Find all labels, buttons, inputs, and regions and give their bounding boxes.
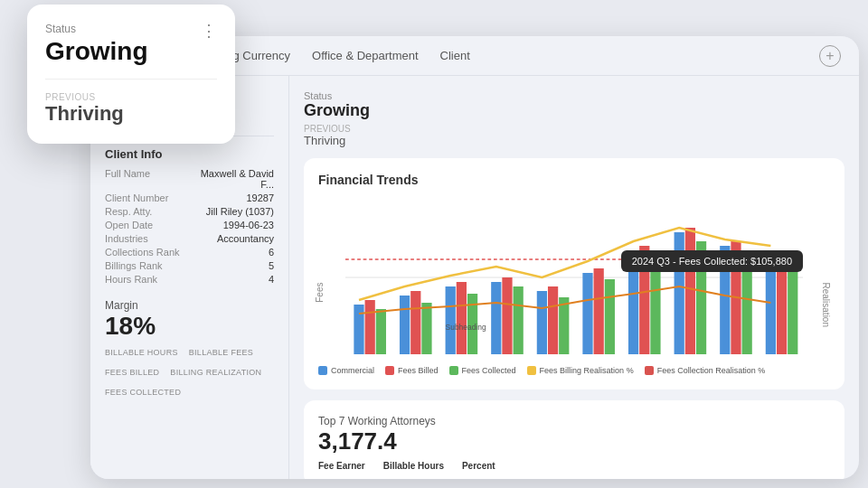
- info-row-industries: Industries Accountancy: [105, 233, 274, 244]
- legend-fees-collection-realisation: Fees Collection Realisation %: [645, 366, 766, 375]
- legend-fees-billed-dot: [385, 366, 394, 375]
- info-key-collectionsrank: Collections Rank: [105, 247, 186, 258]
- info-key-clientnumber: Client Number: [105, 192, 186, 203]
- svg-rect-17: [582, 273, 592, 354]
- legend-commercial-dot: [318, 366, 327, 375]
- bottom-tabs: BILLABLE HOURS BILLABLE FEES FEES BILLED…: [105, 348, 274, 397]
- info-val-collectionsrank: 6: [190, 247, 274, 258]
- svg-rect-11: [491, 282, 501, 354]
- floating-status-label: Status: [45, 23, 148, 35]
- bottom-tab-fees-billed[interactable]: FEES BILLED: [105, 368, 159, 377]
- info-val-fullname: Maxwell & David F...: [190, 168, 274, 190]
- client-info-rows: Full Name Maxwell & David F... Client Nu…: [105, 168, 274, 285]
- financial-trends-chart: Subheading: [345, 196, 803, 359]
- info-key-billingsrank: Billings Rank: [105, 260, 186, 271]
- info-row-fullname: Full Name Maxwell & David F...: [105, 168, 274, 190]
- info-key-respatty: Resp. Atty.: [105, 206, 186, 217]
- legend-commercial: Commercial: [318, 366, 374, 375]
- svg-rect-3: [365, 300, 375, 354]
- y-axis-fees-label: Fees: [315, 283, 325, 303]
- info-val-billingsrank: 5: [190, 260, 274, 271]
- info-row-hoursrank: Hours Rank 4: [105, 274, 274, 285]
- info-key-hoursrank: Hours Rank: [105, 274, 186, 285]
- bottom-tab-billable-hours[interactable]: BILLABLE HOURS: [105, 348, 178, 357]
- legend-fees-billing-realisation-label: Fees Billing Realisation %: [540, 366, 634, 375]
- legend-fees-collected: Fees Collected: [449, 366, 516, 375]
- more-options-icon[interactable]: ⋮: [201, 23, 217, 39]
- bottom-tab-billing-realization[interactable]: BILLING REALIZATION: [170, 368, 261, 377]
- add-tab-button[interactable]: +: [819, 45, 841, 67]
- info-val-hoursrank: 4: [190, 274, 274, 285]
- info-row-opendate: Open Date 1994-06-23: [105, 220, 274, 230]
- client-info-title: Client Info: [105, 147, 274, 161]
- right-panel: Status Growing PREVIOUS Thriving Financi…: [289, 76, 859, 479]
- svg-rect-7: [421, 303, 431, 354]
- svg-rect-22: [650, 258, 660, 354]
- floating-status-value: Growing: [45, 37, 148, 66]
- chart-tooltip: 2024 Q3 - Fees Collected: $105,880: [621, 250, 803, 272]
- top-status-row: Status Growing PREVIOUS Thriving: [304, 90, 844, 147]
- info-val-opendate: 1994-06-23: [190, 220, 274, 230]
- floating-previous-label: PREVIOUS: [45, 92, 217, 102]
- info-key-opendate: Open Date: [105, 220, 186, 230]
- floating-previous-value: Thriving: [45, 102, 217, 126]
- bottom-tab-billable-fees[interactable]: BILLABLE FEES: [189, 348, 253, 357]
- chart-section: Financial Trends Fees Realisation 2024 Q…: [304, 158, 844, 389]
- card-divider: [45, 79, 217, 80]
- svg-rect-14: [537, 291, 547, 354]
- svg-text:Subheading: Subheading: [446, 323, 486, 332]
- info-val-industries: Accountancy: [190, 233, 274, 244]
- margin-value: 18%: [105, 312, 274, 341]
- svg-rect-15: [548, 286, 558, 354]
- floating-status-card: Status Growing ⋮ PREVIOUS Thriving: [27, 5, 235, 144]
- legend-fees-collection-realisation-dot: [645, 366, 654, 375]
- attorneys-title: Top 7 Working Attorneys: [318, 415, 830, 427]
- status-block-value: Growing: [304, 101, 370, 120]
- svg-rect-16: [559, 297, 569, 354]
- svg-rect-24: [685, 228, 695, 354]
- svg-rect-8: [446, 286, 456, 354]
- legend-fees-billed-label: Fees Billed: [398, 366, 439, 375]
- info-key-fullname: Full Name: [105, 168, 186, 190]
- svg-rect-4: [376, 309, 386, 354]
- attorneys-section: Top 7 Working Attorneys 3,177.4 Fee Earn…: [304, 400, 844, 479]
- col-billable-hours: Billable Hours: [383, 461, 444, 471]
- margin-label: Margin: [105, 299, 274, 312]
- margin-section: Margin 18%: [105, 299, 274, 341]
- svg-rect-9: [457, 282, 467, 354]
- info-row-billingsrank: Billings Rank 5: [105, 260, 274, 271]
- svg-rect-31: [788, 261, 797, 354]
- info-val-respatty: Jill Riley (1037): [190, 206, 274, 217]
- legend-commercial-label: Commercial: [331, 366, 374, 375]
- info-row-collectionsrank: Collections Rank 6: [105, 247, 274, 258]
- chart-container: 2024 Q3 - Fees Collected: $105,880: [345, 196, 803, 359]
- info-val-clientnumber: 19287: [190, 192, 274, 203]
- info-row-respatty: Resp. Atty. Jill Riley (1037): [105, 206, 274, 217]
- bottom-row: Top 7 Working Attorneys 3,177.4 Fee Earn…: [304, 400, 844, 479]
- svg-rect-2: [354, 305, 363, 354]
- col-fee-earner: Fee Earner: [318, 461, 365, 471]
- chart-legend: Commercial Fees Billed Fees Collected Fe…: [318, 366, 830, 375]
- status-block-label: Status: [304, 90, 370, 101]
- legend-fees-billing-realisation: Fees Billing Realisation %: [527, 366, 634, 375]
- legend-fees-collection-realisation-label: Fees Collection Realisation %: [657, 366, 766, 375]
- status-block-prev-value: Thriving: [304, 134, 370, 147]
- svg-rect-18: [594, 268, 604, 354]
- svg-rect-12: [502, 277, 512, 354]
- status-block-prev-label: PREVIOUS: [304, 124, 370, 134]
- info-row-clientnumber: Client Number 19287: [105, 192, 274, 203]
- attorneys-value: 3,177.4: [318, 427, 830, 455]
- legend-fees-collected-label: Fees Collected: [462, 366, 516, 375]
- svg-rect-13: [514, 286, 524, 354]
- svg-rect-5: [400, 296, 410, 354]
- info-key-industries: Industries: [105, 233, 186, 244]
- chart-title: Financial Trends: [318, 173, 830, 187]
- svg-rect-6: [410, 291, 420, 354]
- svg-rect-19: [605, 279, 615, 354]
- attorneys-columns: Fee Earner Billable Hours Percent: [318, 461, 830, 471]
- legend-fees-billed: Fees Billed: [385, 366, 439, 375]
- tab-office-department[interactable]: Office & Department: [312, 45, 419, 66]
- bottom-tab-fees-collected[interactable]: FEES COLLECTED: [105, 388, 181, 397]
- status-block-growing: Status Growing PREVIOUS Thriving: [304, 90, 370, 147]
- tab-client[interactable]: Client: [440, 45, 470, 66]
